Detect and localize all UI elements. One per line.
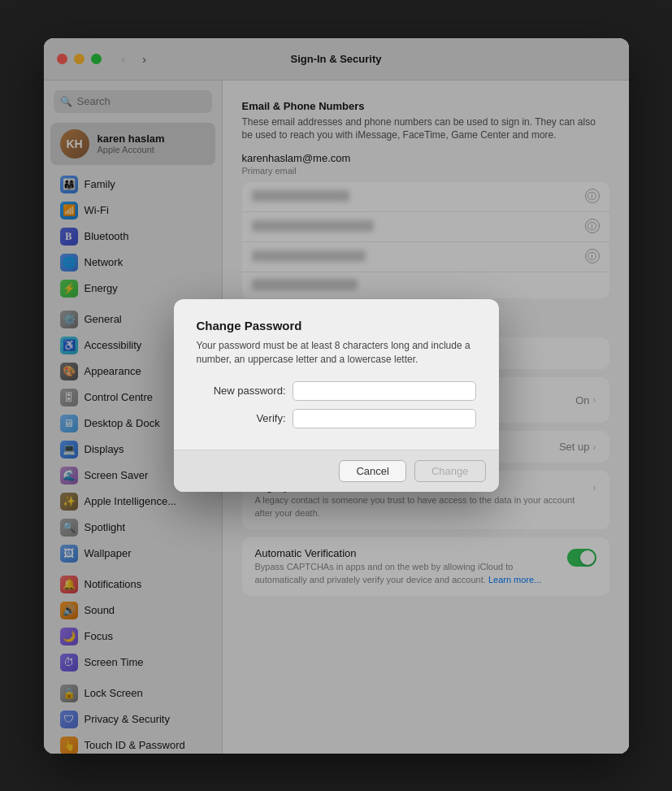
verify-input[interactable] — [293, 409, 476, 428]
new-password-input[interactable] — [293, 381, 476, 401]
new-password-label: New password: — [197, 385, 286, 397]
confirm-button[interactable]: Change — [414, 460, 486, 482]
modal-body: Change Password Your password must be at… — [174, 299, 499, 450]
modal-desc: Your password must be at least 8 charact… — [197, 339, 476, 367]
modal-overlay: Change Password Your password must be at… — [44, 38, 629, 754]
main-window: ‹ › Sign-In & Security 🔍 KH karen haslam… — [44, 38, 629, 754]
verify-label: Verify: — [197, 412, 286, 424]
modal-footer: Cancel Change — [174, 450, 499, 492]
cancel-button[interactable]: Cancel — [339, 460, 405, 482]
verify-field: Verify: — [197, 409, 476, 428]
new-password-field: New password: — [197, 381, 476, 401]
modal-title: Change Password — [197, 319, 476, 332]
change-password-modal: Change Password Your password must be at… — [174, 299, 499, 492]
